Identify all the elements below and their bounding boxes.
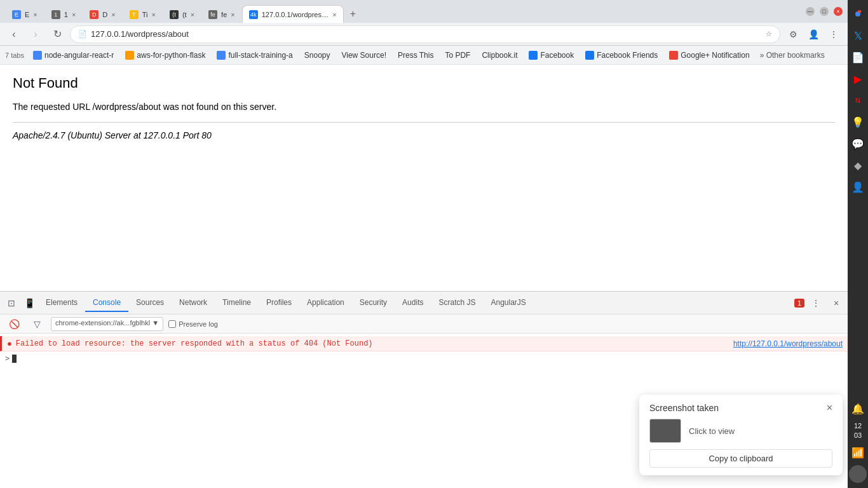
tab-ti[interactable]: T Ti × xyxy=(123,5,163,23)
devtools-tab-console[interactable]: Console xyxy=(85,294,128,312)
bookmark-node-angular[interactable]: node-angular-react-r xyxy=(28,48,119,62)
page-server-text: Apache/2.4.7 (Ubuntu) Server at 127.0.0.… xyxy=(13,130,835,140)
bookmark-node-label: node-angular-react-r xyxy=(44,51,114,60)
devtools-timeline-label: Timeline xyxy=(222,298,251,307)
devtools-tab-network[interactable]: Network xyxy=(172,294,215,312)
wifi-icon[interactable]: 📶 xyxy=(849,444,867,461)
screenshot-thumbnail[interactable] xyxy=(649,419,681,443)
page-content: Not Found The requested URL /wordpress/a… xyxy=(0,65,848,291)
netflix-icon[interactable]: N xyxy=(849,92,867,109)
tab-e-favicon: E xyxy=(12,10,21,19)
devtools-tab-elements[interactable]: Elements xyxy=(38,294,85,312)
tab-e[interactable]: E E × xyxy=(5,5,44,23)
user-profile-icon[interactable]: 👤 xyxy=(804,25,822,43)
tab-t[interactable]: (t (t × xyxy=(163,5,201,23)
menu-icon[interactable]: ⋮ xyxy=(825,25,843,43)
lightbulb-icon[interactable]: 💡 xyxy=(849,113,867,131)
diamond-icon[interactable]: ◆ xyxy=(849,156,867,174)
bookmark-snoopy-label: Snoopy xyxy=(304,51,330,60)
error-message-text: Failed to load resource: the server resp… xyxy=(16,339,729,348)
forward-button[interactable]: › xyxy=(27,25,44,43)
bookmark-clipbook[interactable]: Clipbook.it xyxy=(477,48,522,62)
bookmark-aws[interactable]: aws-for-python-flask xyxy=(120,48,210,62)
devtools-tab-sources[interactable]: Sources xyxy=(128,294,172,312)
youtube-icon[interactable]: ▶ xyxy=(849,70,867,88)
tab-t-label: (t xyxy=(182,11,187,18)
tab-1-close[interactable]: × xyxy=(72,11,76,18)
reload-button[interactable]: ↻ xyxy=(48,25,66,43)
bookmark-gplus-label: Google+ Notification xyxy=(681,51,749,60)
devtools-tab-timeline[interactable]: Timeline xyxy=(215,294,259,312)
tab-fe-close[interactable]: × xyxy=(231,11,234,18)
bookmark-facebook-label: Facebook xyxy=(540,51,574,60)
bookmark-facebook-friends[interactable]: Facebook Friends xyxy=(580,48,663,62)
tab-active-close[interactable]: × xyxy=(332,11,336,18)
tab-1[interactable]: 1 1 × xyxy=(44,5,83,23)
toolbar-icons: ⚙ 👤 ⋮ xyxy=(784,25,843,43)
devtools-more-icon[interactable]: ⋮ xyxy=(807,294,825,312)
close-button[interactable]: × xyxy=(834,7,843,16)
meet-icon[interactable]: 💬 xyxy=(849,135,867,152)
devtools-tab-security[interactable]: Security xyxy=(352,294,395,312)
tab-d[interactable]: D D × xyxy=(83,5,122,23)
tab-d-label: D xyxy=(102,11,107,18)
other-bookmarks[interactable]: » Other bookmarks xyxy=(756,51,829,60)
console-filter-icon[interactable]: ▽ xyxy=(28,315,46,333)
tab-d-close[interactable]: × xyxy=(111,11,115,18)
chrome-icon[interactable] xyxy=(849,5,867,23)
url-text: 127.0.0.1/wordpress/about xyxy=(91,29,762,39)
bookmark-topdf[interactable]: To PDF xyxy=(440,48,475,62)
tab-new[interactable]: + xyxy=(344,5,382,23)
devtools-security-label: Security xyxy=(360,298,387,307)
devtools-tab-angularjs[interactable]: AngularJS xyxy=(484,294,534,312)
twitter-icon[interactable]: 𝕏 xyxy=(849,27,867,44)
page-body-text: The requested URL /wordpress/about was n… xyxy=(13,102,835,112)
bookmark-googleplus[interactable]: Google+ Notification xyxy=(664,48,754,62)
docs-icon[interactable]: 📄 xyxy=(849,48,867,66)
tab-1-favicon: 1 xyxy=(51,10,60,19)
devtools-tab-application[interactable]: Application xyxy=(299,294,352,312)
bookmark-facebook[interactable]: Facebook xyxy=(524,48,579,62)
notification-body: Click to view xyxy=(649,419,832,443)
devtools-profiles-label: Profiles xyxy=(266,298,292,307)
bookmark-snoopy[interactable]: Snoopy xyxy=(299,48,336,62)
error-link[interactable]: http://127.0.0.1/wordpress/about xyxy=(733,339,843,348)
error-circle-icon: ● xyxy=(7,339,12,348)
bookmark-viewsource[interactable]: View Source! xyxy=(336,48,391,62)
tab-active[interactable]: 4k 127.0.0.1/wordpress/about × xyxy=(242,5,344,23)
devtools-close-icon[interactable]: × xyxy=(827,294,845,312)
bookmark-star-icon[interactable]: ☆ xyxy=(766,30,772,38)
back-button[interactable]: ‹ xyxy=(5,25,23,43)
devtools-elements-label: Elements xyxy=(46,298,78,307)
devtools-tab-audits[interactable]: Audits xyxy=(395,294,431,312)
console-url-filter[interactable]: chrome-extension://ak...fgblhkl ▼ xyxy=(51,317,163,331)
tab-ti-close[interactable]: × xyxy=(152,11,156,18)
url-bar[interactable]: 📄 127.0.0.1/wordpress/about ☆ xyxy=(70,25,780,43)
notification-icon[interactable]: 🔔 xyxy=(849,400,867,417)
tab-1-label: 1 xyxy=(64,11,68,18)
avatar-side[interactable]: 👤 xyxy=(849,178,867,196)
tab-fe[interactable]: fe fe × xyxy=(201,5,242,23)
devtools-tab-profiles[interactable]: Profiles xyxy=(259,294,299,312)
user-avatar[interactable] xyxy=(849,465,867,483)
notification-close-button[interactable]: × xyxy=(827,402,832,414)
devtools-audits-label: Audits xyxy=(402,298,423,307)
tab-t-close[interactable]: × xyxy=(191,11,194,18)
bookmark-pressthis[interactable]: Press This xyxy=(393,48,438,62)
extensions-icon[interactable]: ⚙ xyxy=(784,25,802,43)
devtools-tab-bar: ⊡ 📱 Elements Console Sources Network Tim… xyxy=(0,292,848,315)
preserve-log-checkbox[interactable] xyxy=(168,320,176,328)
console-clear-icon[interactable]: 🚫 xyxy=(5,315,23,333)
tab-e-close[interactable]: × xyxy=(33,11,37,18)
minimize-button[interactable]: — xyxy=(806,7,815,16)
console-toolbar: 🚫 ▽ chrome-extension://ak...fgblhkl ▼ Pr… xyxy=(0,315,848,334)
devtools-tab-scratchjs[interactable]: Scratch JS xyxy=(431,294,483,312)
bookmark-fullstack-label: full-stack-training-a xyxy=(228,51,292,60)
bookmark-clipbook-label: Clipbook.it xyxy=(482,51,517,60)
window-controls: — □ × xyxy=(806,7,843,16)
devtools-inspect-icon[interactable]: ⊡ xyxy=(3,294,20,312)
bookmark-fullstack[interactable]: full-stack-training-a xyxy=(212,48,297,62)
copy-to-clipboard-button[interactable]: Copy to clipboard xyxy=(649,449,832,468)
devtools-phone-icon[interactable]: 📱 xyxy=(20,294,38,312)
maximize-button[interactable]: □ xyxy=(820,7,829,16)
